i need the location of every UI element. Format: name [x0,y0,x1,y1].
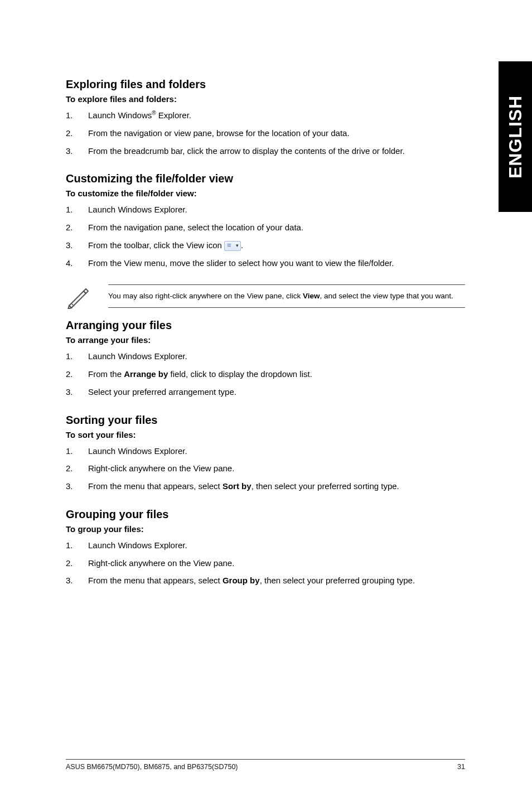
step-number: 3. [66,480,73,492]
step-text: Launch Windows [88,110,152,120]
list-item: 2. Right-click anywhere on the View pane… [66,462,465,475]
step-text: , then select your preferred sorting typ… [252,481,399,491]
footer-row: ASUS BM6675(MD750), BM6875, and BP6375(S… [66,763,465,771]
list-item: 1. Launch Windows® Explorer. [66,109,465,122]
steps-exploring: 1. Launch Windows® Explorer. 2. From the… [66,109,465,157]
section-sorting: Sorting your files To sort your files: 1… [66,414,465,492]
step-text: Right-click anywhere on the View pane. [88,463,234,473]
step-text: , then select your preferred grouping ty… [260,576,415,585]
step-bold: Sort by [223,481,252,491]
list-item: 2. Right-click anywhere on the View pane… [66,557,465,569]
step-text: Launch Windows Explorer. [88,205,187,214]
subhead-customizing: To customize the file/folder view: [66,189,465,198]
note-text-wrap: You may also right-click anywhere on the… [108,284,465,308]
step-number: 3. [66,145,73,157]
footer-rule [66,759,465,760]
list-item: 3. From the breadcrumb bar, click the ar… [66,145,465,157]
step-number: 3. [66,386,73,398]
note-pre: You may also right-click anywhere on the… [108,292,303,300]
step-text: From the [88,369,124,379]
subhead-exploring: To explore files and folders: [66,94,465,104]
svg-line-0 [71,303,74,306]
step-text: . [241,240,243,250]
step-number: 1. [66,445,73,457]
list-item: 3. From the menu that appears, select So… [66,480,465,492]
step-text: From the menu that appears, select [88,481,223,491]
step-number: 1. [66,350,73,363]
list-item: 4. From the View menu, move the slider t… [66,257,465,269]
heading-grouping: Grouping your files [66,508,465,521]
steps-arranging: 1. Launch Windows Explorer. 2. From the … [66,350,465,398]
heading-sorting: Sorting your files [66,414,465,427]
step-text: Launch Windows Explorer. [88,446,187,456]
page-number: 31 [457,763,465,771]
step-text: From the menu that appears, select [88,576,223,585]
list-item: 2. From the Arrange by field, click to d… [66,368,465,380]
list-item: 1. Launch Windows Explorer. [66,350,465,363]
step-text: From the View menu, move the slider to s… [88,258,394,268]
step-text: From the navigation or view pane, browse… [88,128,350,138]
section-grouping: Grouping your files To group your files:… [66,508,465,587]
steps-grouping: 1. Launch Windows Explorer. 2. Right-cli… [66,539,465,587]
section-exploring: Exploring files and folders To explore f… [66,78,465,157]
step-text: Right-click anywhere on the View pane. [88,558,234,568]
subhead-arranging: To arrange your files: [66,335,465,345]
step-text: Launch Windows Explorer. [88,351,187,361]
step-number: 2. [66,557,73,569]
step-text: From the toolbar, click the View icon [88,240,224,250]
step-bold: Group by [223,576,260,585]
step-text: From the breadcrumb bar, click the arrow… [88,146,405,156]
note-rule-bottom [108,307,465,308]
step-text: Select your preferred arrangement type. [88,387,236,397]
section-customizing: Customizing the file/folder view To cust… [66,172,465,269]
step-number: 1. [66,204,73,216]
note-bold: View [303,292,320,300]
step-number: 2. [66,127,73,139]
page-content: Exploring files and folders To explore f… [0,0,532,587]
language-tab: ENGLISH [499,61,532,212]
list-item: 1. Launch Windows Explorer. [66,539,465,552]
note-text: You may also right-click anywhere on the… [108,285,465,307]
step-text: From the navigation pane, select the loc… [88,223,303,232]
view-dropdown-icon [224,241,241,251]
steps-sorting: 1. Launch Windows Explorer. 2. Right-cli… [66,445,465,492]
step-bold: Arrange by [124,369,168,379]
subhead-sorting: To sort your files: [66,430,465,439]
list-item: 1. Launch Windows Explorer. [66,204,465,216]
footer-left: ASUS BM6675(MD750), BM6875, and BP6375(S… [66,763,238,771]
steps-customizing: 1. Launch Windows Explorer. 2. From the … [66,204,465,269]
registered-mark: ® [152,110,156,116]
step-number: 4. [66,257,73,269]
step-number: 2. [66,368,73,380]
step-number: 1. [66,109,73,122]
heading-arranging: Arranging your files [66,319,465,332]
step-text: Launch Windows Explorer. [88,540,187,550]
heading-exploring: Exploring files and folders [66,78,465,91]
page-footer: ASUS BM6675(MD750), BM6875, and BP6375(S… [66,759,465,771]
step-number: 1. [66,539,73,552]
note-post: , and select the view type that you want… [320,292,453,300]
list-item: 3. Select your preferred arrangement typ… [66,386,465,398]
list-item: 3. From the toolbar, click the View icon… [66,239,465,252]
list-item: 2. From the navigation or view pane, bro… [66,127,465,139]
list-item: 3. From the menu that appears, select Gr… [66,574,465,587]
list-item: 2. From the navigation pane, select the … [66,221,465,234]
step-number: 2. [66,221,73,234]
heading-customizing: Customizing the file/folder view [66,172,465,185]
step-number: 3. [66,574,73,587]
pencil-icon [66,284,90,309]
step-text: Explorer. [156,110,191,120]
note-block: You may also right-click anywhere on the… [66,284,465,309]
subhead-grouping: To group your files: [66,524,465,534]
step-text: field, click to display the dropdown lis… [168,369,312,379]
list-item: 1. Launch Windows Explorer. [66,445,465,457]
section-arranging: Arranging your files To arrange your fil… [66,319,465,398]
step-number: 3. [66,239,73,252]
step-number: 2. [66,462,73,475]
